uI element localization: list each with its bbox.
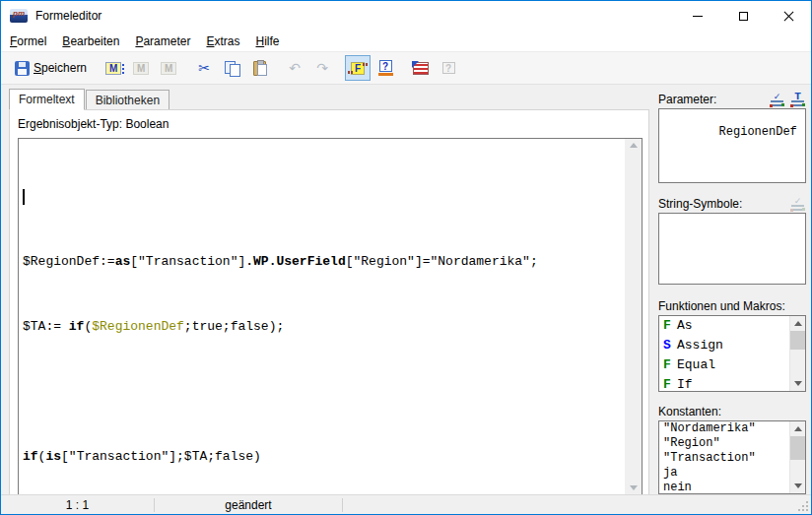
cut-button[interactable]: ✂ [191,55,217,81]
title-bar: pm Formeleditor [1,1,811,31]
text-parameters-icon: T [794,92,800,99]
code-keyword: as [115,254,131,269]
function-list-item[interactable]: FAs [659,316,805,336]
parameter-list-item[interactable]: RegionenDef := <Vorga [719,125,806,139]
undo-icon: ↶ [289,61,301,75]
code-keyword: .WP.UserField [245,254,345,269]
close-button[interactable] [766,1,811,31]
context-help-icon: ? [378,60,393,76]
resize-grip[interactable] [806,509,808,511]
redo-button[interactable]: ↷ [309,55,335,81]
copy-button[interactable] [219,55,244,81]
code-line: $TA:= if($RegionenDef;true;false); [23,316,625,338]
scroll-up-icon[interactable] [630,143,638,148]
maximize-button[interactable] [720,1,766,31]
constant-list-item[interactable]: "Region" [659,436,805,451]
function-list-item[interactable]: FEqual [659,355,805,375]
code-token: $TA:= [23,319,69,334]
new-parameter-button[interactable]: M [101,55,126,81]
parameter-header: Parameter: ✓ T [658,90,806,106]
function-icon: F [663,357,677,372]
paste-icon [253,61,266,76]
code-token: ["Transaction"] [130,254,245,269]
result-type-label: Ergebnisobjekt-Typ: Boolean [18,117,643,131]
scroll-thumb[interactable] [790,331,806,350]
editor-vertical-scrollbar[interactable] [625,139,642,494]
functions-label: Funktionen und Makros: [658,299,785,313]
tab-bibliotheken[interactable]: Bibliotheken [86,90,169,109]
formula-text-area[interactable]: $RegionDef:=as["Transaction"].WP.UserFie… [19,139,625,494]
string-symbols-button-disabled[interactable]: ✓ [789,196,806,211]
code-line: $RegionDef:=as["Transaction"].WP.UserFie… [23,251,625,273]
constant-list-item[interactable]: "Nordamerika" [659,421,805,436]
code-token: ["Region"]="Nordamerika"; [346,254,538,269]
scroll-down-icon [794,483,802,488]
floppy-disk-icon [15,61,30,76]
help-button[interactable]: ? [436,55,461,81]
constant-list-item[interactable]: nein [659,481,805,494]
function-list-item[interactable]: SAssign [659,336,805,355]
constants-listbox[interactable]: "Nordamerika" "Region" "Transaction" ja … [658,420,806,494]
constants-header: Konstanten: [658,401,806,418]
string-symbols-header: String-Symbole: ✓ [658,194,806,211]
menu-hilfe[interactable]: Hilfe [248,32,288,51]
copy-icon [225,61,239,76]
constant-list-item[interactable]: "Transaction" [659,451,805,466]
maximize-icon [739,12,748,21]
functions-listbox[interactable]: FAs SAssign FEqual FIf [658,315,806,392]
validate-parameters-button[interactable]: ✓ [769,92,785,106]
macro-delete-icon-disabled: M [161,62,176,75]
code-line: if(is["Transaction"];$TA;false) [23,446,625,468]
check-symbols-icon: ✓ [794,196,802,204]
function-list-item[interactable]: FIf [659,375,805,392]
tab-formeltext[interactable]: Formeltext [9,89,85,110]
context-help-button[interactable]: ? [372,55,398,81]
formula-icon: F [351,62,365,75]
scroll-down-icon[interactable] [630,485,638,490]
scroll-down-button[interactable] [790,479,806,493]
scroll-down-button[interactable] [790,376,806,391]
edit-parameter-button[interactable]: M [128,55,154,81]
save-button-label: Speichern [34,61,87,75]
delete-parameter-button[interactable]: M [156,55,181,81]
window-title: Formeleditor [35,9,102,23]
constants-label: Konstanten: [658,405,721,418]
functions-scrollbar[interactable] [789,316,805,391]
app-icon-label: pm [13,10,25,18]
menu-bearbeiten[interactable]: Bearbeiten [54,32,127,51]
menu-parameter[interactable]: Parameter [127,32,198,51]
caption-buttons [675,1,811,31]
scroll-thumb[interactable] [790,436,806,460]
menu-formel[interactable]: Formel [2,32,54,51]
text-parameters-button[interactable]: T [789,92,806,106]
formeltext-tab-page: Ergebnisobjekt-Typ: Boolean $RegionDef:=… [9,109,649,494]
function-icon: F [663,377,677,392]
app-icon: pm [10,9,28,23]
scroll-up-button[interactable] [790,421,806,436]
code-token: ["Transaction"];$TA;false) [61,449,261,464]
help-icon-disabled: ? [442,62,455,74]
parameter-listbox[interactable]: RegionenDef := <Vorga [658,108,806,183]
menu-extras[interactable]: Extras [198,32,247,51]
formula-syntax-toggle-button[interactable]: F [345,55,371,81]
save-button[interactable]: Speichern [11,55,91,81]
constant-list-item[interactable]: ja [659,466,805,481]
constants-scrollbar[interactable] [789,421,805,493]
text-cursor [23,189,25,205]
minimize-button[interactable] [675,1,720,31]
string-symbols-listbox[interactable] [658,213,806,285]
scroll-up-button[interactable] [790,316,806,331]
code-token: $RegionDef:= [23,254,115,269]
code-keyword: is [45,449,61,464]
code-keyword: if [69,319,85,334]
macro-edit-icon-disabled: M [133,62,149,75]
formula-editor: $RegionDef:=as["Transaction"].WP.UserFie… [18,138,643,494]
paste-button[interactable] [246,55,272,81]
code-parameter-reference: $RegionenDef [92,319,184,334]
undo-button[interactable]: ↶ [282,55,307,81]
reference-button[interactable] [408,55,434,81]
macro-add-icon: M [105,62,121,75]
toolbar: Speichern M M M ✂ ↶ ↷ F [1,52,811,85]
cursor-position-status: 1 : 1 [1,498,154,512]
scroll-up-icon [794,321,802,326]
